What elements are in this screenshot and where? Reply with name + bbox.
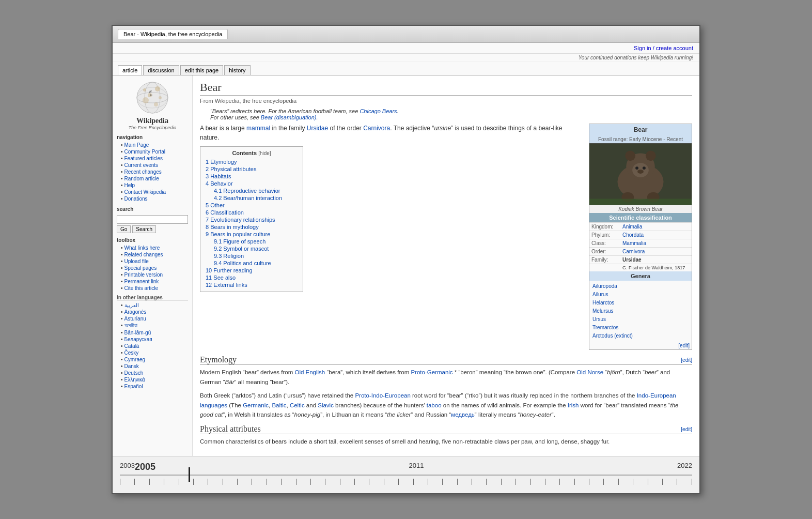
germanic-link[interactable]: Germanic <box>243 402 269 408</box>
sidebar-item-donations[interactable]: Donations <box>124 196 148 202</box>
svg-point-4 <box>143 88 146 91</box>
toc-other[interactable]: 5 Other <box>206 202 225 208</box>
genera-helarctos[interactable]: Helarctos <box>592 299 689 307</box>
taboo-link[interactable]: taboo <box>427 402 442 408</box>
toc-bearhuman[interactable]: 4.2 Bear/human interaction <box>214 195 282 201</box>
physical-edit-link[interactable]: [edit] <box>681 426 692 432</box>
lang-czech[interactable]: Česky <box>124 350 139 356</box>
svg-point-8 <box>143 97 149 103</box>
lang-greek[interactable]: Ελληνικά <box>124 377 145 383</box>
infobox-value-order[interactable]: Carnivora <box>622 249 645 254</box>
sidebar-item-contact[interactable]: Contact Wikipedia <box>124 189 166 195</box>
sidebar-item-related-changes[interactable]: Related changes <box>124 252 163 257</box>
sidebar-item-print[interactable]: Printable version <box>124 272 163 278</box>
toolbox-title: toolbox <box>117 237 188 243</box>
infobox-value-kingdom[interactable]: Animalia <box>622 224 642 230</box>
sidebar-item-recent-changes[interactable]: Recent changes <box>124 169 162 175</box>
lang-catalan[interactable]: Català <box>124 343 139 349</box>
genera-arctodus[interactable]: Arctodus (extinct) <box>592 332 689 340</box>
sidebar-item-upload[interactable]: Upload file <box>124 258 149 264</box>
toc-reproductive[interactable]: 4.1 Reproductive behavior <box>214 188 280 194</box>
toc-evolutionary[interactable]: 7 Evolutionary relationships <box>206 217 275 223</box>
russian-link[interactable]: медведь <box>451 411 475 418</box>
genera-ailurus[interactable]: Ailurus <box>592 291 689 299</box>
tab-edit[interactable]: edit this page <box>180 65 223 75</box>
sidebar-item-main-page[interactable]: Main Page <box>124 142 149 148</box>
tick-4 <box>164 479 164 485</box>
sign-in-link[interactable]: Sign in / create account <box>634 45 693 51</box>
celtic-link[interactable]: Celtic <box>290 402 305 408</box>
infobox-edit-link[interactable]: [edit] <box>589 342 692 349</box>
wiki-tabs: article discussion edit this page histor… <box>113 62 699 75</box>
search-title: search <box>117 206 188 212</box>
lang-aragonese[interactable]: Aragonés <box>124 309 147 315</box>
proto-germanic-link[interactable]: Proto-Germanic <box>411 369 452 375</box>
lang-assamese[interactable]: অসমীয়া <box>124 323 137 328</box>
toc-classification[interactable]: 6 Classification <box>206 209 244 216</box>
genera-tremarctos[interactable]: Tremarctos <box>592 324 689 332</box>
genera-title: Genera <box>589 271 692 281</box>
tick-1 <box>120 479 120 485</box>
genera-ursus[interactable]: Ursus <box>592 315 689 324</box>
lang-german[interactable]: Deutsch <box>124 370 144 376</box>
go-button[interactable]: Go <box>117 225 131 233</box>
genera-ailuropoda[interactable]: Ailuropoda <box>592 282 689 291</box>
slavic-link[interactable]: Slavic <box>318 402 334 408</box>
mammal-link[interactable]: mammal <box>246 125 270 132</box>
sidebar-item-random[interactable]: Random article <box>124 176 159 181</box>
tab-history[interactable]: history <box>224 65 250 75</box>
lang-banlam[interactable]: Bân-lâm-gú <box>124 330 151 335</box>
sidebar-item-featured[interactable]: Featured articles <box>124 156 163 161</box>
lang-welsh[interactable]: Cymraeg <box>124 357 146 362</box>
sidebar-item-cite[interactable]: Cite this article <box>124 285 159 291</box>
tab-article[interactable]: article <box>118 65 142 75</box>
toc-hide[interactable]: [hide] <box>258 150 271 156</box>
lang-danish[interactable]: Dansk <box>124 363 139 369</box>
sidebar-item-help[interactable]: Help <box>124 182 135 188</box>
old-english-link[interactable]: Old English <box>294 369 325 375</box>
toc-further[interactable]: 10 Further reading <box>206 267 253 273</box>
sidebar-item-permalink[interactable]: Permanent link <box>124 279 159 284</box>
ursidae-link[interactable]: Ursidae <box>307 125 328 132</box>
sidebar-item-community[interactable]: Community Portal <box>124 149 165 155</box>
baltic-link[interactable]: Baltic <box>272 402 286 408</box>
toc-symbol[interactable]: 9.2 Symbol or mascot <box>214 246 269 252</box>
lang-spanish[interactable]: Español <box>124 384 143 389</box>
browser-window: Bear - Wikipedia, the free encyclopedia … <box>112 25 700 494</box>
infobox-row-order: Order: Carnivora <box>589 247 692 255</box>
sidebar-item-what-links[interactable]: What links here <box>124 245 160 251</box>
infobox-value-class[interactable]: Mammalia <box>622 240 646 246</box>
search-input[interactable] <box>117 215 188 224</box>
search-button[interactable]: Search <box>132 225 156 233</box>
lang-asturian[interactable]: Asturianu <box>124 316 146 322</box>
tab-discussion[interactable]: discussion <box>143 65 179 75</box>
irish-link[interactable]: Irish <box>568 402 579 408</box>
lang-belarusian[interactable]: Беларуская <box>124 337 152 342</box>
infobox-value-family[interactable]: Ursidae <box>622 257 642 263</box>
toc-figure[interactable]: 9.1 Figure of speech <box>214 238 266 245</box>
toc-popular[interactable]: 9 Bears in popular culture <box>206 231 270 237</box>
genera-melursus[interactable]: Melursus <box>592 307 689 315</box>
toc-religion[interactable]: 9.3 Religion <box>214 253 244 259</box>
tick-19 <box>384 479 384 485</box>
toc-mythology[interactable]: 8 Bears in mythology <box>206 224 259 230</box>
toc-see-also[interactable]: 11 See also <box>206 274 236 281</box>
toc-habitats[interactable]: 3 Habitats <box>206 173 231 179</box>
browser-tab[interactable]: Bear - Wikipedia, the free encyclopedia <box>118 29 228 39</box>
old-norse-link[interactable]: Old Norse <box>576 369 603 375</box>
sidebar-item-current-events[interactable]: Current events <box>124 162 159 168</box>
lang-arabic[interactable]: العربية <box>124 302 139 308</box>
toc-behavior[interactable]: 4 Behavior <box>206 180 233 187</box>
toc-politics[interactable]: 9.4 Politics and culture <box>214 260 271 266</box>
tick-35 <box>618 479 619 485</box>
toc-physical[interactable]: 2 Physical attributes <box>206 166 256 172</box>
toc-external[interactable]: 12 External links <box>206 282 247 288</box>
sidebar-item-special[interactable]: Special pages <box>124 265 157 271</box>
carnivora-link[interactable]: Carnivora <box>363 125 390 132</box>
infobox-value-phylum[interactable]: Chordata <box>622 232 644 238</box>
disambiguation-link[interactable]: Bear (disambiguation) <box>261 114 317 120</box>
etymology-edit-link[interactable]: [edit] <box>681 357 692 363</box>
pie-link[interactable]: Proto-Indo-European <box>355 392 410 399</box>
toc-etymology[interactable]: 1 Etymology <box>206 159 237 165</box>
chicago-bears-link[interactable]: Chicago Bears <box>360 108 397 114</box>
